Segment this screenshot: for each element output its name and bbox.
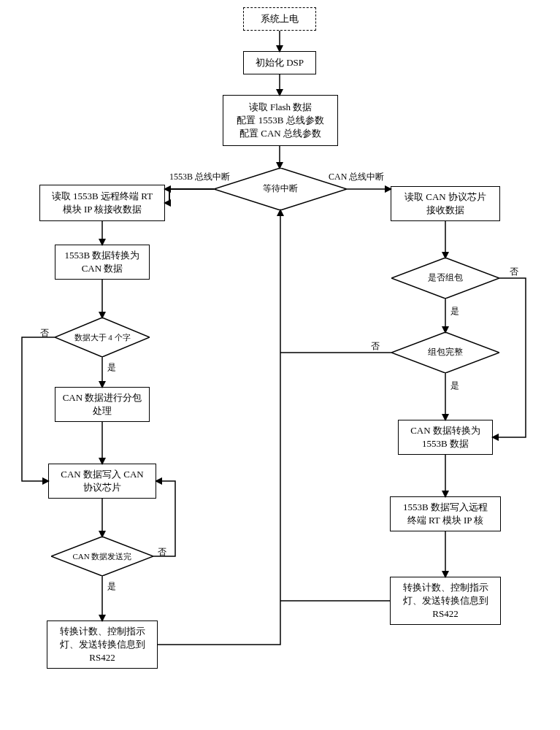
edge-label-left-branch: 1553B 总线中断 [169,171,230,183]
node-read-1553: 读取 1553B 远程终端 RT模块 IP 核接收数据 [39,185,165,221]
node-power-on: 系统上电 [243,7,316,31]
node-label: 转换计数、控制指示灯、发送转换信息到RS422 [60,625,145,665]
node-label: 读取 Flash 数据配置 1553B 总线参数配置 CAN 总线参数 [237,101,323,141]
node-write-can: CAN 数据写入 CAN协议芯片 [48,464,156,499]
node-read-can: 读取 CAN 协议芯片接收数据 [391,186,500,221]
node-read-flash: 读取 Flash 数据配置 1553B 总线参数配置 CAN 总线参数 [223,95,338,146]
node-label: 读取 1553B 远程终端 RT模块 IP 核接收数据 [52,190,153,216]
node-packet-complete: 组包完整 [391,332,499,373]
edge-label-sent-yes: 是 [107,580,116,593]
node-left-end: 转换计数、控制指示灯、发送转换信息到RS422 [47,620,158,669]
node-label: 转换计数、控制指示灯、发送转换信息到RS422 [403,581,488,621]
node-label: 组包完整 [419,347,472,358]
node-label: CAN 数据进行分包处理 [63,391,142,418]
node-label: 1553B 数据转换为CAN 数据 [65,249,140,275]
node-label: CAN 数据发送完 [64,551,141,561]
node-wait-interrupt: 等待中断 [214,168,347,210]
node-label: CAN 数据转换为1553B 数据 [410,424,480,450]
node-label: 读取 CAN 协议芯片接收数据 [404,191,486,217]
node-split: CAN 数据进行分包处理 [55,387,150,422]
edge-label-gt4-yes: 是 [107,361,116,374]
node-write-1553: 1553B 数据写入远程终端 RT 模块 IP 核 [390,496,501,531]
node-to-1553: CAN 数据转换为1553B 数据 [398,420,493,455]
node-label: 是否组包 [419,272,472,284]
node-label: 数据大于 4 个字 [66,332,139,342]
node-sent-done: CAN 数据发送完 [51,537,153,576]
edge-label-gt4-no: 否 [40,327,49,339]
node-label: 1553B 数据写入远程终端 RT 模块 IP 核 [403,501,488,527]
edge-label-ispacket-yes: 是 [450,305,459,318]
node-init-dsp: 初始化 DSP [243,51,316,74]
node-gt4: 数据大于 4 个字 [55,318,150,357]
edge-label-sent-no: 否 [158,546,166,558]
edge-label-ispacket-no: 否 [510,266,518,278]
node-label: 系统上电 [261,12,299,26]
node-right-end: 转换计数、控制指示灯、发送转换信息到RS422 [390,577,501,625]
node-label: 初始化 DSP [256,56,304,69]
node-label: CAN 数据写入 CAN协议芯片 [61,468,143,494]
edge-label-complete-no: 否 [371,340,380,353]
node-label: 等待中断 [254,183,307,195]
node-to-can: 1553B 数据转换为CAN 数据 [55,245,150,280]
edge-label-complete-yes: 是 [450,380,459,392]
node-is-packet: 是否组包 [391,258,499,299]
edge-label-right-branch: CAN 总线中断 [329,171,384,183]
